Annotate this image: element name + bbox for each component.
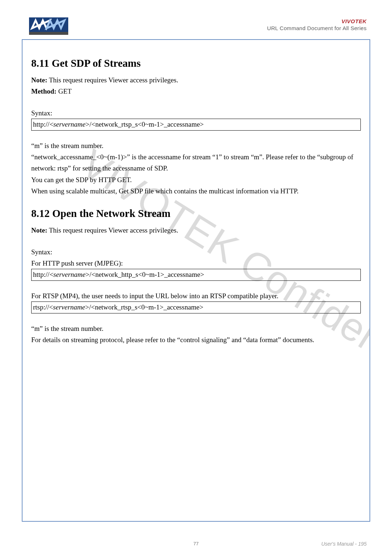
- para-812-2: For details on streaming protocol, pleas…: [31, 334, 361, 345]
- para-811-3: You can get the SDP by HTTP GET.: [31, 174, 361, 185]
- page-header: VIVOTEK URL Command Document for All Ser…: [22, 18, 370, 36]
- brand-logo: [29, 17, 68, 35]
- code2-servername: servername: [53, 303, 85, 311]
- code1-suffix: >/<network_http_s<0~m-1>_accessname>: [86, 271, 204, 278]
- syntax-box-811: http://<servername>/<network_rtsp_s<0~m-…: [31, 119, 361, 131]
- note-line-811: Note: This request requires Viewer acces…: [31, 74, 361, 86]
- page: VIVOTEK URL Command Document for All Ser…: [0, 0, 392, 554]
- note-label-812: Note:: [31, 226, 47, 234]
- para-811-4: When using scalable multicast, Get SDP f…: [31, 185, 361, 197]
- rtsp-label: For RTSP (MP4), the user needs to input …: [31, 290, 361, 301]
- document-title: URL Command Document for All Series: [267, 25, 367, 31]
- method-line: Method: GET: [31, 86, 361, 97]
- svg-rect-3: [29, 32, 68, 35]
- brand-name: VIVOTEK: [267, 18, 367, 24]
- code-prefix: http://<: [33, 120, 53, 128]
- content-frame: VIVOTEK Confidential 8.11 Get SDP of Str…: [22, 39, 370, 522]
- code1-prefix: http://<: [33, 271, 53, 278]
- syntax-label-811: Syntax:: [31, 107, 361, 119]
- code2-suffix: >/<network_rtsp_s<0~m-1>_accessname>: [85, 303, 204, 311]
- code1-servername: servername: [53, 271, 86, 278]
- para-811-2: “network_accessname_<0~(m-1)>” is the ac…: [31, 151, 361, 174]
- note-line-812: Note: This request requires Viewer acces…: [31, 225, 361, 236]
- para-812-1: “m” is the stream number.: [31, 323, 361, 334]
- footer-page-number: 77: [193, 541, 199, 546]
- code-suffix: >/<network_rtsp_s<0~m-1>_accessname>: [86, 120, 204, 128]
- section-heading-811: 8.11 Get SDP of Streams: [31, 57, 361, 69]
- syntax-label-812: Syntax:: [31, 246, 361, 258]
- para-811-1: “m” is the stream number.: [31, 140, 361, 151]
- footer-manual-ref: User's Manual - 195: [321, 541, 367, 547]
- note-text: This request requires Viewer access priv…: [47, 76, 178, 84]
- code-servername: servername: [53, 120, 86, 128]
- mjpeg-label: For HTTP push server (MJPEG):: [31, 258, 361, 269]
- note-label: Note:: [31, 76, 47, 84]
- syntax-box-812-rtsp: rtsp://<servername>/<network_rtsp_s<0~m-…: [31, 301, 361, 313]
- syntax-box-812-http: http://<servername>/<network_http_s<0~m-…: [31, 269, 361, 281]
- section-heading-812: 8.12 Open the Network Stream: [31, 208, 361, 219]
- method-text: GET: [57, 87, 72, 95]
- method-label: Method:: [31, 87, 57, 95]
- code2-prefix: rtsp://<: [33, 303, 53, 311]
- note-text-812: This request requires Viewer access priv…: [47, 226, 178, 234]
- header-right: VIVOTEK URL Command Document for All Ser…: [267, 18, 367, 31]
